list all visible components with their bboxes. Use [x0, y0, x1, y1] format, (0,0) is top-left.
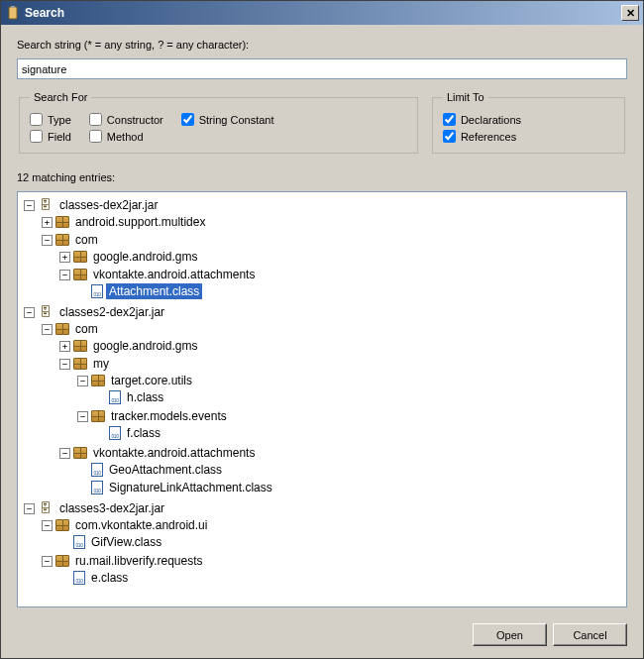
tree-label: android.support.multidex — [72, 214, 208, 230]
toggle-spacer — [59, 537, 70, 548]
tree-label: my — [90, 356, 112, 372]
toggle-spacer — [95, 428, 106, 439]
toggle-collapse-icon[interactable]: − — [24, 200, 35, 211]
toggle-collapse-icon[interactable]: − — [42, 556, 53, 567]
tree-node-package[interactable]: +android.support.multidex — [42, 214, 622, 230]
svg-rect-0 — [9, 7, 17, 19]
cancel-button[interactable]: Cancel — [553, 623, 627, 646]
tree-label: classes-dex2jar.jar — [56, 197, 161, 213]
tree-label: e.class — [88, 570, 131, 586]
tree-node-class[interactable]: GeoAttachment.class — [77, 462, 622, 478]
toggle-expand-icon[interactable]: + — [59, 252, 70, 263]
tree-node-package[interactable]: +google.android.gms — [59, 249, 622, 265]
toggle-expand-icon[interactable]: + — [42, 217, 53, 228]
tree-label: com.vkontakte.android.ui — [72, 517, 210, 533]
tree-label: f.class — [124, 425, 163, 441]
constructor-checkbox[interactable]: Constructor — [89, 113, 163, 126]
class-icon — [73, 571, 85, 585]
tree-label: h.class — [124, 389, 166, 405]
type-checkbox[interactable]: Type — [30, 113, 71, 126]
references-checkbox-input[interactable] — [443, 130, 456, 143]
field-label: Field — [48, 131, 71, 143]
tree-node-package[interactable]: −vkontakte.android.attachments — [59, 267, 622, 282]
toggle-spacer — [95, 392, 106, 403]
titlebar: Search ✕ — [1, 1, 643, 25]
search-input[interactable] — [17, 58, 627, 79]
button-bar: Open Cancel — [17, 623, 627, 646]
method-checkbox[interactable]: Method — [89, 130, 144, 143]
references-checkbox[interactable]: References — [443, 130, 516, 143]
tree-node-class[interactable]: e.class — [59, 570, 622, 586]
window-icon — [5, 5, 21, 21]
tree-label: vkontakte.android.attachments — [90, 267, 258, 282]
tree-node-package[interactable]: −vkontakte.android.attachments — [59, 445, 622, 461]
tree-node-package[interactable]: −ru.mail.libverify.requests — [42, 553, 622, 569]
package-icon — [73, 251, 87, 263]
tree-label: com — [72, 321, 101, 337]
declarations-checkbox-input[interactable] — [443, 113, 456, 126]
tree-node-package[interactable]: −target.core.utils — [77, 373, 622, 388]
tree-node-jar[interactable]: −🗄classes3-dex2jar.jar — [24, 500, 622, 516]
type-checkbox-input[interactable] — [30, 113, 43, 126]
toggle-collapse-icon[interactable]: − — [24, 307, 35, 318]
toggle-collapse-icon[interactable]: − — [42, 235, 53, 246]
package-icon — [73, 269, 87, 280]
toggle-collapse-icon[interactable]: − — [42, 520, 53, 531]
tree-node-jar[interactable]: −🗄classes2-dex2jar.jar — [24, 304, 622, 320]
method-checkbox-input[interactable] — [89, 130, 102, 143]
jar-icon: 🗄 — [38, 197, 54, 213]
tree-node-package[interactable]: −com — [42, 232, 622, 248]
tree-node-package[interactable]: −tracker.models.events — [77, 408, 622, 424]
package-icon — [91, 410, 105, 422]
toggle-collapse-icon[interactable]: − — [59, 270, 70, 280]
search-string-label: Search string (* = any string, ? = any c… — [17, 39, 627, 51]
toggle-collapse-icon[interactable]: − — [77, 376, 88, 386]
tree-node-package[interactable]: −com — [42, 321, 622, 337]
package-icon — [73, 447, 87, 459]
toggle-collapse-icon[interactable]: − — [59, 448, 70, 459]
tree-node-jar[interactable]: −🗄classes-dex2jar.jar — [24, 197, 622, 213]
declarations-checkbox[interactable]: Declarations — [443, 113, 521, 126]
class-icon — [91, 481, 103, 494]
tree-node-class[interactable]: Attachment.class — [77, 283, 622, 299]
open-button[interactable]: Open — [473, 623, 547, 646]
matches-label: 12 matching entries: — [17, 171, 627, 183]
tree-node-package[interactable]: −com.vkontakte.android.ui — [42, 517, 622, 533]
jar-icon: 🗄 — [38, 304, 54, 320]
toggle-expand-icon[interactable]: + — [59, 341, 70, 352]
toggle-collapse-icon[interactable]: − — [42, 324, 53, 335]
window-title: Search — [25, 6, 621, 20]
tree-node-class[interactable]: f.class — [95, 425, 622, 441]
option-groups: Search For Type Constructor String Const… — [17, 91, 627, 154]
tree-node-package[interactable]: +google.android.gms — [59, 338, 622, 354]
tree-node-class[interactable]: GifView.class — [59, 534, 622, 550]
package-icon — [73, 340, 87, 352]
close-button[interactable]: ✕ — [621, 5, 639, 21]
string-constant-checkbox[interactable]: String Constant — [181, 113, 274, 126]
field-checkbox-input[interactable] — [30, 130, 43, 143]
svg-rect-1 — [11, 6, 15, 8]
toggle-collapse-icon[interactable]: − — [59, 359, 70, 370]
type-label: Type — [48, 114, 71, 126]
tree-node-package[interactable]: −my — [59, 356, 622, 372]
tree-label: com — [72, 232, 101, 248]
tree-label: target.core.utils — [108, 373, 195, 388]
package-icon — [55, 216, 69, 228]
tree-label: vkontakte.android.attachments — [90, 445, 258, 461]
dialog-body: Search string (* = any string, ? = any c… — [1, 25, 643, 658]
package-icon — [91, 375, 105, 386]
tree-label: classes3-dex2jar.jar — [56, 500, 167, 516]
field-checkbox[interactable]: Field — [30, 130, 71, 143]
method-label: Method — [107, 131, 144, 143]
results-tree[interactable]: −🗄classes-dex2jar.jar +android.support.m… — [17, 191, 627, 607]
string-constant-checkbox-input[interactable] — [181, 113, 194, 126]
toggle-collapse-icon[interactable]: − — [77, 411, 88, 422]
tree-node-class[interactable]: h.class — [95, 389, 622, 405]
constructor-checkbox-input[interactable] — [89, 113, 102, 126]
limit-to-group: Limit To Declarations References — [432, 91, 625, 154]
toggle-collapse-icon[interactable]: − — [24, 503, 35, 514]
toggle-spacer — [77, 465, 88, 476]
class-icon — [109, 390, 121, 404]
declarations-label: Declarations — [461, 114, 521, 126]
tree-node-class[interactable]: SignatureLinkAttachment.class — [77, 480, 622, 495]
